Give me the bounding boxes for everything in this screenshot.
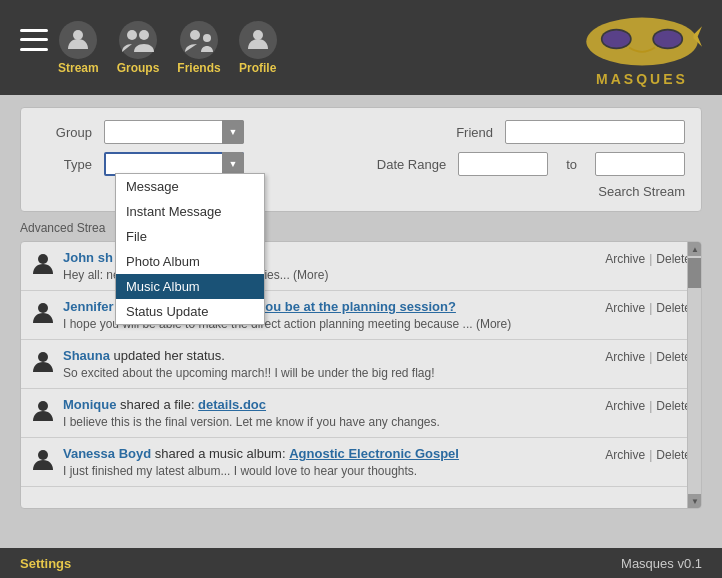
stream-item-title: Monique shared a file: details.doc — [63, 397, 597, 412]
logo-text: MASQUES — [596, 71, 688, 87]
stream-item-actions: Archive | Delete — [605, 252, 691, 266]
avatar-icon — [31, 252, 55, 276]
nav-stream-label: Stream — [58, 61, 99, 75]
svg-point-2 — [139, 30, 149, 40]
svg-point-12 — [38, 303, 48, 313]
stream-item-content: Vanessa Boyd shared a music album: Agnos… — [63, 446, 597, 478]
stream-item-title: Vanessa Boyd shared a music album: Agnos… — [63, 446, 597, 461]
avatar-icon — [31, 448, 55, 472]
stream-item-content: Monique shared a file: details.doc I bel… — [63, 397, 597, 429]
svg-point-5 — [253, 30, 263, 40]
archive-link[interactable]: Archive — [605, 399, 645, 413]
archive-link[interactable]: Archive — [605, 252, 645, 266]
svg-point-3 — [190, 30, 200, 40]
avatar-icon — [31, 301, 55, 325]
friend-input[interactable] — [505, 120, 685, 144]
type-label: Type — [37, 157, 92, 172]
date-range-label: Date Range — [377, 157, 446, 172]
version-label: Masques v0.1 — [621, 556, 702, 571]
filter-row-group: Group Friend — [37, 120, 685, 144]
nav-stream[interactable]: Stream — [58, 21, 99, 75]
settings-link[interactable]: Settings — [20, 556, 71, 571]
svg-point-14 — [38, 401, 48, 411]
advanced-stream-link[interactable]: Advanced Strea — [20, 221, 105, 235]
svg-point-15 — [38, 450, 48, 460]
to-label: to — [566, 157, 577, 172]
archive-link[interactable]: Archive — [605, 448, 645, 462]
avatar-icon — [31, 350, 55, 374]
stream-user-link[interactable]: John sh — [63, 250, 113, 265]
stream-action-text: updated her status. — [114, 348, 225, 363]
delete-link[interactable]: Delete — [656, 301, 691, 315]
group-label: Group — [37, 125, 92, 140]
svg-point-4 — [203, 34, 211, 42]
dropdown-item-message[interactable]: Message — [116, 174, 264, 199]
delete-link[interactable]: Delete — [656, 252, 691, 266]
dropdown-item-music-album[interactable]: Music Album — [116, 274, 264, 299]
stream-item-content: Shauna updated her status. So excited ab… — [63, 348, 597, 380]
nav-friends[interactable]: Friends — [177, 21, 220, 75]
stream-user-link[interactable]: Shauna — [63, 348, 110, 363]
stream-content-link[interactable]: details.doc — [198, 397, 266, 412]
nav-profile-label: Profile — [239, 61, 276, 75]
stream-item-title: Shauna updated her status. — [63, 348, 597, 363]
stream-user-link[interactable]: Jennifer — [63, 299, 114, 314]
stream-item-actions: Archive | Delete — [605, 399, 691, 413]
scrollbar-thumb[interactable] — [688, 258, 702, 288]
stream-user-link[interactable]: Vanessa Boyd — [63, 446, 151, 461]
scrollbar-down-button[interactable]: ▼ — [688, 494, 702, 508]
delete-link[interactable]: Delete — [656, 350, 691, 364]
stream-item: Shauna updated her status. So excited ab… — [21, 340, 701, 389]
avatar-icon — [31, 399, 55, 423]
stream-item-body: I believe this is the final version. Let… — [63, 415, 597, 429]
hamburger-wrap — [20, 29, 48, 57]
nav-friends-label: Friends — [177, 61, 220, 75]
scrollbar-track: ▲ ▼ — [687, 242, 701, 508]
stream-item-actions: Archive | Delete — [605, 448, 691, 462]
stream-item-actions: Archive | Delete — [605, 301, 691, 315]
app-header: Stream Groups — [0, 0, 722, 95]
mask-logo — [582, 9, 702, 69]
logo-area: MASQUES — [582, 9, 702, 87]
stream-item-actions: Archive | Delete — [605, 350, 691, 364]
group-select-wrapper — [104, 120, 244, 144]
scrollbar-up-button[interactable]: ▲ — [688, 242, 702, 256]
stream-action-text: shared a file: — [120, 397, 198, 412]
friend-label: Friend — [456, 125, 493, 140]
stream-item: Monique shared a file: details.doc I bel… — [21, 389, 701, 438]
app-footer: Settings Masques v0.1 — [0, 548, 722, 578]
svg-point-0 — [73, 30, 83, 40]
svg-point-11 — [38, 254, 48, 264]
delete-link[interactable]: Delete — [656, 448, 691, 462]
stream-content-link[interactable]: Agnostic Electronic Gospel — [289, 446, 459, 461]
nav-groups-label: Groups — [117, 61, 160, 75]
stream-item: Vanessa Boyd shared a music album: Agnos… — [21, 438, 701, 487]
hamburger-icon[interactable] — [20, 29, 48, 51]
svg-point-1 — [127, 30, 137, 40]
archive-link[interactable]: Archive — [605, 350, 645, 364]
dropdown-item-status-update[interactable]: Status Update — [116, 299, 264, 324]
group-select[interactable] — [104, 120, 244, 144]
date-to-input[interactable] — [595, 152, 685, 176]
svg-point-10 — [654, 30, 681, 47]
dropdown-item-instant-message[interactable]: Instant Message — [116, 199, 264, 224]
stream-item-body: So excited about the upcoming march!! I … — [63, 366, 597, 380]
nav-left: Stream Groups — [20, 21, 277, 75]
main-content: Group Friend Type Date Range to — [0, 95, 722, 537]
nav-profile[interactable]: Profile — [239, 21, 277, 75]
svg-point-13 — [38, 352, 48, 362]
search-stream-link[interactable]: Search Stream — [598, 184, 685, 199]
archive-link[interactable]: Archive — [605, 301, 645, 315]
type-dropdown-menu: Message Instant Message File Photo Album… — [115, 173, 265, 325]
dropdown-item-file[interactable]: File — [116, 224, 264, 249]
svg-point-9 — [603, 30, 630, 47]
stream-item-body: I just finished my latest album... I wou… — [63, 464, 597, 478]
stream-user-link[interactable]: Monique — [63, 397, 116, 412]
date-from-input[interactable] — [458, 152, 548, 176]
stream-content-link[interactable]: Will you be at the planning session? — [231, 299, 456, 314]
dropdown-item-photo-album[interactable]: Photo Album — [116, 249, 264, 274]
delete-link[interactable]: Delete — [656, 399, 691, 413]
stream-action-text: shared a music album: — [155, 446, 289, 461]
nav-groups[interactable]: Groups — [117, 21, 160, 75]
